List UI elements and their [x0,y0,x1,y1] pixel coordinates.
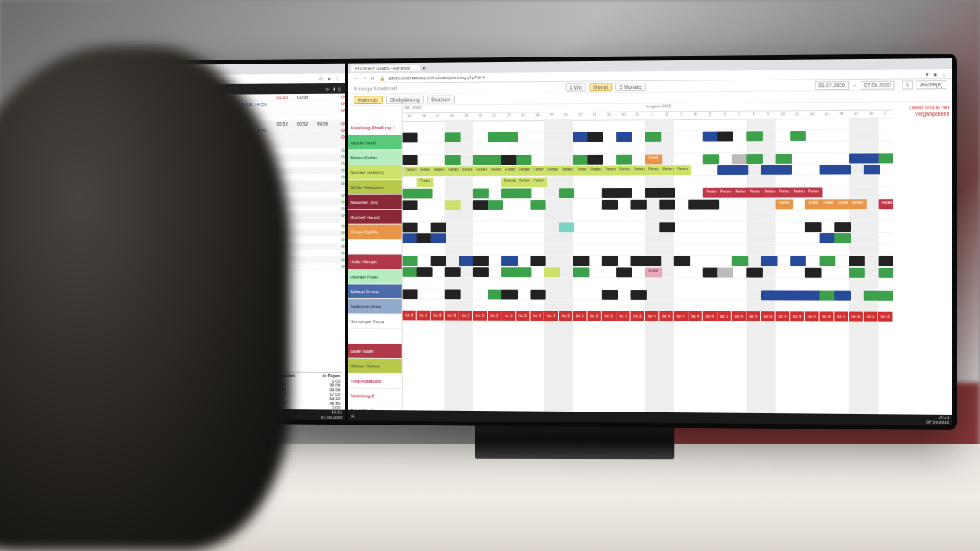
shift-chip[interactable] [530,290,546,300]
bookmark-icon[interactable]: ★ [925,71,929,77]
shift-chip[interactable] [445,132,460,142]
shift-chip[interactable] [431,223,446,233]
shift-chip[interactable] [878,291,893,301]
forward-icon[interactable]: → [363,76,368,80]
view-kalender-button[interactable]: Kalender [354,96,383,104]
shift-chip[interactable] [473,267,489,277]
shift-chip[interactable] [878,256,893,266]
shift-chip[interactable] [445,267,460,277]
rotate-icon[interactable]: ⟳ [326,86,330,91]
shift-chip[interactable] [878,153,893,163]
browser-tab[interactable]: ProTime® Gastro - Administr… [351,65,420,72]
shift-chip[interactable]: Ferien [805,187,822,197]
shift-chip[interactable] [631,200,647,210]
shift-chip[interactable] [878,268,893,278]
shift-chip[interactable] [849,256,865,266]
shift-chip[interactable] [732,154,748,164]
shift-chip[interactable] [746,154,763,164]
employee-name[interactable] [348,329,402,344]
shift-chip[interactable] [459,256,475,266]
shift-chip[interactable] [849,268,865,278]
shift-chip[interactable] [501,132,518,142]
employee-name[interactable]: Andres Vasbi [348,135,402,151]
shift-chip[interactable] [473,155,489,165]
shift-chip[interactable] [587,155,603,165]
shift-chip[interactable] [746,268,763,278]
weeks-select[interactable]: Woche(n) [916,80,946,89]
profile-icon[interactable]: ◉ [933,71,937,77]
time-3monate-button[interactable]: 3 Monate [616,83,646,91]
shift-chip[interactable] [703,132,719,142]
shift-chip[interactable]: Ferien [776,199,793,209]
shift-chip[interactable] [805,222,821,232]
shift-chip[interactable] [573,132,589,142]
shift-chip[interactable] [416,233,432,243]
shift-chip[interactable] [559,188,575,198]
shift-chip[interactable] [835,233,851,243]
employee-name[interactable]: Bäcker Esther [348,150,402,165]
shift-chip[interactable] [516,155,532,165]
employee-name[interactable]: Brunner Hansjörg [348,165,402,181]
shift-chip[interactable] [488,200,504,210]
shift-chip[interactable] [403,200,418,210]
shift-chip[interactable] [819,233,835,243]
shift-chip[interactable] [864,165,880,174]
shift-chip[interactable] [403,189,418,199]
time-1wo-button[interactable]: 1 Wo [565,83,586,91]
shift-chip[interactable] [501,256,518,266]
employee-name[interactable]: Nonsenger Paula [348,314,402,329]
shift-chip[interactable] [403,223,418,233]
shift-chip[interactable] [501,188,518,198]
shift-chip[interactable] [616,132,632,142]
shift-chip[interactable] [819,291,835,301]
shift-chip[interactable] [631,256,647,266]
shift-chip[interactable] [431,256,446,266]
shift-chip[interactable] [645,132,661,142]
shift-chip[interactable] [835,291,851,301]
employee-name[interactable]: Haller Margrit [348,255,402,270]
shift-chip[interactable] [645,188,661,198]
shift-chip[interactable] [616,267,632,277]
shift-chip[interactable] [819,256,835,266]
shift-chip[interactable] [776,154,792,164]
employee-name[interactable]: Wittwer Verena [348,359,402,374]
shift-chip[interactable] [403,267,418,277]
shift-chip[interactable] [530,256,546,266]
shift-chip[interactable] [488,290,504,300]
shift-chip[interactable]: Ferien [849,199,867,209]
shift-chip[interactable]: Ferien [674,165,691,175]
shift-chip[interactable] [501,155,518,165]
shift-chip[interactable] [717,165,733,175]
shift-chip[interactable] [573,256,589,266]
shift-chip[interactable]: Krank [645,268,662,278]
shift-chip[interactable] [559,222,575,232]
shift-chip[interactable] [776,290,792,300]
employee-name[interactable]: Stettmann Anita [348,299,402,315]
range-from-input[interactable]: 01.07.2020 [815,81,848,90]
shift-chip[interactable] [530,200,546,210]
back-icon[interactable]: ← [354,76,358,80]
view-grobplanung-button[interactable]: Grobplanung [386,95,424,103]
employee-name[interactable]: Büsscher Jürg [348,195,402,210]
shift-chip[interactable] [761,165,777,175]
shift-chip[interactable] [573,155,589,165]
shift-chip[interactable] [602,256,618,266]
shift-chip[interactable] [717,131,733,141]
menu-icon[interactable]: ⋮ [335,76,340,81]
shift-chip[interactable] [403,155,418,165]
start-icon[interactable]: ⊞ [351,412,355,418]
shift-chip[interactable]: Ferien [530,178,547,187]
shift-chip[interactable] [761,290,777,300]
shift-chip[interactable] [445,290,460,300]
shift-chip[interactable] [805,291,821,301]
shift-chip[interactable] [674,256,690,266]
shift-chip[interactable] [717,268,733,278]
shift-chip[interactable] [501,267,518,277]
shift-chip[interactable]: Ferien [416,178,433,187]
shift-chip[interactable] [819,165,835,175]
weeks-input[interactable]: 1 [902,80,913,89]
shift-chip[interactable]: Ferien [878,199,893,209]
shift-chip[interactable] [516,267,532,277]
shift-chip[interactable] [776,165,792,175]
shift-chip[interactable] [403,233,418,243]
